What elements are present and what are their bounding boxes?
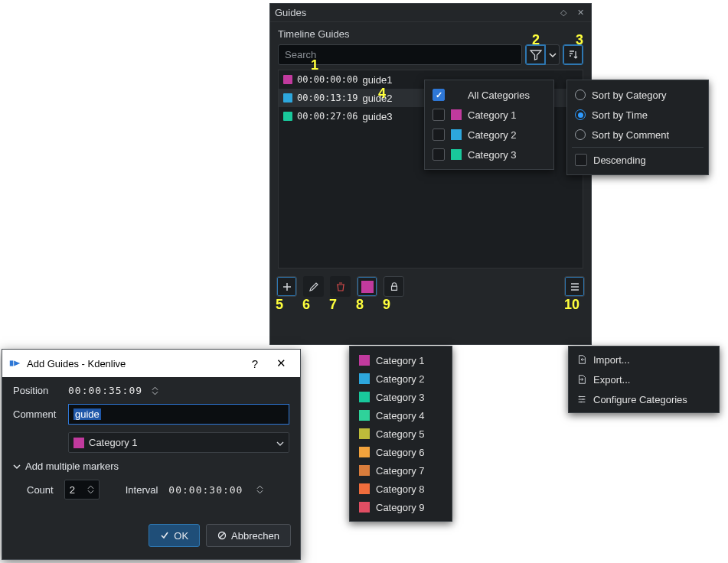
- category-item[interactable]: Category 5: [353, 425, 449, 443]
- category-list-popup: Category 1 Category 2 Category 3 Categor…: [349, 346, 452, 522]
- separator: [572, 147, 704, 148]
- category-item[interactable]: Category 1: [353, 351, 449, 369]
- help-button[interactable]: ?: [242, 353, 268, 374]
- cancel-button[interactable]: Abbrechen: [206, 524, 291, 547]
- plus-icon: [281, 281, 293, 293]
- color-swatch: [359, 392, 370, 402]
- position-spinner[interactable]: [152, 386, 158, 395]
- checkbox-icon: [433, 89, 445, 101]
- edit-guide-button[interactable]: [303, 276, 324, 297]
- export-icon: [576, 374, 587, 385]
- comment-input[interactable]: guide: [68, 404, 289, 425]
- chevron-down-icon: [87, 490, 94, 494]
- trash-icon: [335, 281, 347, 293]
- funnel-icon: [530, 49, 542, 61]
- color-swatch: [359, 465, 370, 476]
- dialog-titlebar: Add Guides - Kdenlive ? ✕: [2, 350, 300, 377]
- category-item[interactable]: Category 3: [353, 388, 449, 406]
- filter-category-item[interactable]: Category 3: [428, 145, 550, 164]
- interval-label: Interval: [126, 484, 158, 496]
- count-label: Count: [27, 484, 54, 496]
- radio-icon: [575, 89, 586, 100]
- category-item[interactable]: Category 2: [353, 369, 449, 388]
- color-swatch: [361, 281, 374, 293]
- guide-time: 00:00:13:19: [297, 93, 357, 103]
- color-swatch: [451, 129, 462, 140]
- comment-value: guide: [73, 408, 101, 420]
- panel-toolbar: [270, 272, 591, 301]
- count-spinner[interactable]: [87, 485, 94, 494]
- category-item[interactable]: Category 8: [353, 480, 449, 498]
- category-select[interactable]: Category 1: [68, 432, 289, 453]
- hamburger-icon: [569, 281, 581, 293]
- sort-button[interactable]: [563, 44, 583, 65]
- guide-name: guide2: [362, 93, 392, 104]
- chevron-down-icon: [549, 51, 557, 59]
- chevron-down-icon: [13, 463, 21, 470]
- pencil-icon: [308, 281, 320, 293]
- close-button[interactable]: ✕: [268, 353, 294, 374]
- guide-time: 00:00:27:06: [297, 111, 357, 122]
- guide-color-swatch: [283, 112, 292, 121]
- filter-all-categories[interactable]: All Categories: [428, 85, 550, 105]
- pin-icon[interactable]: ◇: [557, 8, 570, 18]
- category-item[interactable]: Category 7: [353, 461, 449, 480]
- guide-color-swatch: [283, 93, 292, 103]
- count-spinbox[interactable]: 2: [64, 480, 100, 500]
- guide-name: guide3: [362, 111, 392, 122]
- radio-icon: [575, 129, 586, 140]
- position-label: Position: [13, 385, 62, 396]
- color-swatch: [451, 149, 462, 160]
- color-swatch: [359, 483, 370, 494]
- color-swatch: [359, 502, 370, 513]
- category-item[interactable]: Category 4: [353, 406, 449, 425]
- dialog-title: Add Guides - Kdenlive: [27, 358, 242, 369]
- chevron-down-icon: [276, 437, 284, 448]
- sort-descending[interactable]: Descending: [570, 150, 705, 170]
- color-swatch: [359, 355, 370, 366]
- add-multiple-markers-expander[interactable]: Add multiple markers: [13, 460, 289, 472]
- chevron-down-icon: [152, 391, 158, 395]
- filter-dropdown-button[interactable]: [546, 44, 560, 65]
- timeline-guides-label: Timeline Guides: [278, 28, 583, 40]
- category-item[interactable]: Category 6: [353, 443, 449, 461]
- comment-label: Comment: [13, 408, 62, 420]
- hamburger-menu-button[interactable]: [564, 276, 585, 297]
- checkbox-icon: [433, 148, 445, 161]
- menu-export[interactable]: Export...: [569, 369, 719, 389]
- interval-value[interactable]: 00:00:30:00: [168, 484, 243, 496]
- guides-panel: Guides ◇ ✕ Timeline Guides Search 1: [269, 3, 592, 345]
- import-icon: [576, 354, 587, 365]
- category-color-button[interactable]: [357, 276, 377, 297]
- sort-by-time[interactable]: Sort by Time: [570, 105, 705, 125]
- menu-configure-categories[interactable]: Configure Categories: [569, 389, 719, 409]
- position-value[interactable]: 00:00:35:09: [68, 385, 142, 396]
- lock-icon: [389, 282, 400, 292]
- filter-category-item[interactable]: Category 2: [428, 125, 550, 145]
- color-swatch: [359, 373, 370, 384]
- guide-time: 00:00:00:00: [297, 74, 357, 85]
- ok-button[interactable]: OK: [149, 524, 200, 547]
- category-item[interactable]: Category 9: [353, 498, 449, 516]
- add-guide-button[interactable]: [276, 276, 297, 297]
- search-input[interactable]: Search: [278, 44, 522, 65]
- interval-spinner[interactable]: [256, 485, 263, 494]
- color-swatch: [73, 438, 84, 448]
- color-swatch: [359, 410, 370, 421]
- cancel-icon: [217, 531, 227, 540]
- sort-popup: Sort by Category Sort by Time Sort by Co…: [566, 80, 709, 175]
- panel-title: Guides: [275, 7, 557, 18]
- checkbox-icon: [433, 109, 445, 121]
- sort-by-category[interactable]: Sort by Category: [570, 85, 705, 105]
- filter-category-item[interactable]: Category 1: [428, 105, 550, 125]
- menu-import[interactable]: Import...: [569, 350, 719, 369]
- sort-by-comment[interactable]: Sort by Comment: [570, 125, 705, 145]
- color-swatch: [451, 109, 462, 120]
- filter-button[interactable]: [525, 44, 546, 65]
- lock-button[interactable]: [384, 276, 404, 297]
- close-icon[interactable]: ✕: [574, 8, 586, 18]
- checkbox-icon: [575, 154, 587, 166]
- checkbox-icon: [433, 129, 445, 141]
- delete-guide-button[interactable]: [330, 276, 351, 297]
- filter-all-label: All Categories: [468, 89, 530, 101]
